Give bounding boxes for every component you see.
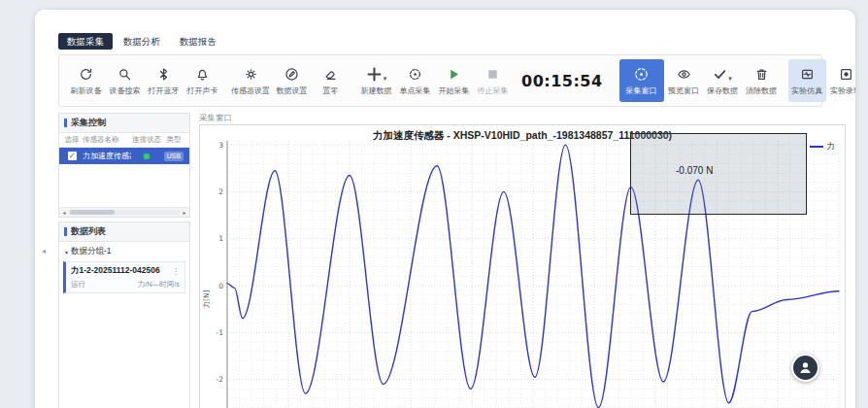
- scroll-left-icon[interactable]: ◂: [60, 209, 68, 216]
- data-item-axes: 力/N—时间/s: [138, 280, 180, 289]
- data-item-state: 运行: [71, 280, 85, 289]
- sensor-checkbox[interactable]: ✓: [68, 152, 77, 160]
- left-column: 采集控制 选择 传感器名称 连接状态 类型 ✓ 力加速度传感器: [58, 113, 190, 408]
- trash-icon: [754, 66, 769, 83]
- sensor-settings-button[interactable]: 传感器设置: [229, 59, 272, 102]
- start-collect-label: 开始采集: [439, 85, 470, 96]
- col-select: 选择: [61, 135, 83, 145]
- tab-data-report[interactable]: 数据报告: [171, 33, 225, 50]
- play-icon: [447, 66, 461, 83]
- accent-bar: [64, 227, 67, 236]
- app-content: 数据采集 数据分析 数据报告 刷新设备 设: [54, 10, 855, 408]
- open-bluetooth-label: 打开蓝牙: [149, 85, 180, 96]
- chevron-down-icon[interactable]: ▾: [728, 75, 732, 83]
- settings-group: 传感器设置 数据设置 置零: [229, 59, 350, 102]
- collect-control-panel: 采集控制 选择 传感器名称 连接状态 类型 ✓ 力加速度传感器: [58, 113, 190, 218]
- scrollbar-track[interactable]: [68, 210, 181, 215]
- toolbar: 刷新设备 设备搜索 打开蓝牙: [58, 54, 822, 107]
- status-connected-dot: [144, 153, 150, 159]
- search-icon: [117, 66, 132, 83]
- chart-panel: 力加速度传感器 - XHSP-V10HID_path_-1981348857_1…: [199, 124, 846, 408]
- sensor-table-row[interactable]: ✓ 力加速度传感器 USB: [59, 148, 189, 164]
- legend-label: 力: [827, 141, 836, 153]
- open-soundcard-label: 打开声卡: [187, 85, 218, 96]
- collapse-panel-icon[interactable]: ◂: [42, 247, 46, 255]
- data-group-row[interactable]: ▾ 数据分组-1: [59, 242, 189, 259]
- check-icon: ✓: [69, 152, 76, 160]
- clear-data-label: 清除数据: [746, 85, 777, 96]
- collect-timer: 00:15:54: [521, 72, 603, 90]
- collect-control-title: 采集控制: [71, 117, 106, 129]
- check-icon: [713, 66, 727, 83]
- plus-icon: [366, 66, 383, 83]
- svg-text:1: 1: [218, 234, 223, 243]
- experiment-sim-button[interactable]: 实验仿真: [788, 59, 826, 102]
- zoom-selection-region[interactable]: -0.070 N: [630, 133, 807, 215]
- bluetooth-icon: [156, 66, 171, 83]
- chart-column: 采集窗口 力加速度传感器 - XHSP-V10HID_path_-1981348…: [199, 113, 846, 408]
- window-group: 采集窗口 预览窗口 ▾: [619, 59, 781, 102]
- sensor-settings-label: 传感器设置: [231, 85, 270, 96]
- tab-data-collect[interactable]: 数据采集: [58, 33, 113, 50]
- device-search-label: 设备搜索: [110, 85, 141, 96]
- stop-collect-button[interactable]: 停止采集: [474, 59, 512, 102]
- scroll-right-icon[interactable]: ▸: [181, 209, 188, 216]
- data-list-panel: 数据列表 ▾ 数据分组-1 力1-2-20251112-042506 ⋮: [58, 221, 190, 408]
- data-list-item[interactable]: 力1-2-20251112-042506 ⋮ 运行 力/N—时间/s: [63, 261, 185, 293]
- table-empty-area: [59, 164, 189, 207]
- experiment-record-button[interactable]: 实验录制: [827, 59, 855, 102]
- refresh-device-button[interactable]: 刷新设备: [67, 59, 105, 102]
- svg-text:3: 3: [218, 141, 223, 150]
- experiment-group: 实验仿真 实验录制 公式计算器: [788, 59, 855, 102]
- start-collect-button[interactable]: 开始采集: [435, 59, 473, 102]
- crosshair-icon: [633, 66, 650, 83]
- item-menu-icon[interactable]: ⋮: [172, 267, 180, 276]
- data-list-header: 数据列表: [59, 222, 189, 242]
- new-data-button[interactable]: ▾ 新建数据: [357, 59, 395, 102]
- preview-window-button[interactable]: 预览窗口: [665, 59, 703, 102]
- tree-expand-icon[interactable]: ▾: [65, 249, 68, 255]
- gear-icon: [244, 66, 258, 83]
- zero-button[interactable]: 置零: [312, 59, 350, 102]
- svg-text:-2: -2: [217, 375, 224, 384]
- open-soundcard-button[interactable]: 打开声卡: [184, 59, 221, 102]
- svg-text:2: 2: [218, 187, 223, 196]
- experiment-sim-label: 实验仿真: [791, 85, 822, 96]
- horizontal-scrollbar[interactable]: ◂ ▸: [59, 207, 189, 217]
- data-settings-button[interactable]: 数据设置: [273, 59, 311, 102]
- preview-window-label: 预览窗口: [668, 85, 699, 96]
- sensor-table-header: 选择 传感器名称 连接状态 类型: [59, 133, 189, 148]
- single-point-button[interactable]: 单点采集: [396, 59, 434, 102]
- svg-text:-1: -1: [217, 328, 224, 337]
- open-bluetooth-button[interactable]: 打开蓝牙: [145, 59, 183, 102]
- refresh-icon: [79, 66, 93, 83]
- stop-icon: [485, 66, 500, 83]
- collect-window-button[interactable]: 采集窗口: [619, 59, 664, 102]
- refresh-device-label: 刷新设备: [71, 85, 102, 96]
- svg-text:力[N]: 力[N]: [202, 289, 211, 308]
- sensor-name: 力加速度传感器: [83, 151, 131, 161]
- data-settings-label: 数据设置: [277, 85, 308, 96]
- accent-bar: [64, 119, 67, 127]
- tab-data-analyze[interactable]: 数据分析: [115, 33, 169, 50]
- data-list-title: 数据列表: [71, 225, 106, 238]
- svg-text:0: 0: [218, 282, 223, 290]
- workspace: 采集控制 选择 传感器名称 连接状态 类型 ✓ 力加速度传感器: [58, 113, 846, 408]
- device-group: 刷新设备 设备搜索 打开蓝牙: [67, 59, 221, 102]
- bell-icon: [195, 66, 210, 83]
- data-group-label: 数据分组-1: [71, 246, 112, 257]
- scrollbar-thumb[interactable]: [70, 210, 115, 215]
- new-data-label: 新建数据: [361, 85, 392, 96]
- save-data-button[interactable]: ▾ 保存数据: [704, 59, 742, 102]
- clear-data-button[interactable]: 清除数据: [743, 59, 781, 102]
- main-tabs: 数据采集 数据分析 数据报告: [58, 33, 846, 50]
- save-data-label: 保存数据: [707, 85, 738, 96]
- user-fab-button[interactable]: [791, 354, 819, 382]
- device-search-button[interactable]: 设备搜索: [106, 59, 144, 102]
- legend-line: [810, 146, 823, 148]
- app-window: ◂ 数据采集 数据分析 数据报告 刷新设备: [35, 10, 855, 408]
- col-type: 类型: [162, 135, 185, 145]
- stop-collect-label: 停止采集: [478, 85, 509, 96]
- acquire-group: ▾ 新建数据 单点采集 开始采集: [357, 59, 612, 102]
- chevron-down-icon[interactable]: ▾: [384, 75, 387, 83]
